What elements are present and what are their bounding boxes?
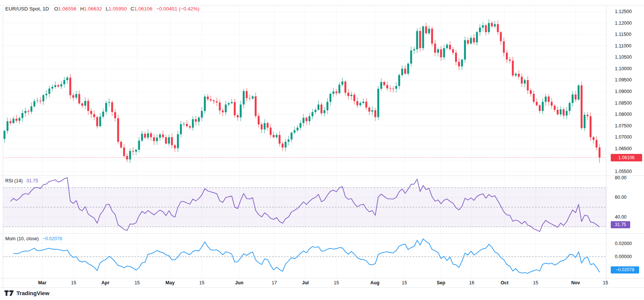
candlestick-series[interactable]: [4, 19, 601, 163]
tradingview-logo-text: TradingView: [16, 290, 49, 296]
ohlc-field: H1.06632: [80, 6, 102, 12]
momentum-legend[interactable]: Mom (10, close)−0.02078: [5, 236, 62, 241]
chart-canvas[interactable]: [0, 0, 644, 300]
pane-borders: [0, 5, 644, 288]
symbol-title[interactable]: EUR/USD Spot, 1D: [5, 6, 49, 12]
last-price-badge: 1.06106: [611, 154, 642, 161]
rsi-band: [3, 158, 607, 257]
tradingview-logo-icon: [4, 290, 14, 296]
momentum-value: −0.02078: [43, 236, 62, 241]
rsi-value: 31.75: [27, 178, 38, 183]
symbol-legend[interactable]: EUR/USD Spot, 1DO1.06556H1.06632L1.05950…: [5, 6, 199, 12]
ohlc-field: C1.06106: [130, 6, 152, 12]
gridlines: [3, 5, 607, 278]
momentum-label[interactable]: Mom (10, close): [5, 236, 39, 241]
ohlc-values: O1.06556H1.06632L1.05950C1.06106: [54, 6, 156, 12]
momentum-value-badge: −0.02078: [611, 266, 639, 273]
ohlc-field: L1.05950: [106, 6, 127, 12]
ohlc-field: O1.06556: [54, 6, 76, 12]
rsi-legend[interactable]: RSI (14)31.75: [5, 178, 38, 183]
rsi-value-badge: 31.75: [611, 221, 630, 228]
momentum-line: [13, 239, 600, 273]
change-value: −0.00451 (−0.42%): [156, 6, 200, 12]
tradingview-chart-window: EUR/USD Spot, 1DO1.06556H1.06632L1.05950…: [0, 0, 644, 300]
tradingview-logo[interactable]: TradingView: [4, 290, 49, 296]
rsi-label[interactable]: RSI (14): [5, 178, 23, 183]
